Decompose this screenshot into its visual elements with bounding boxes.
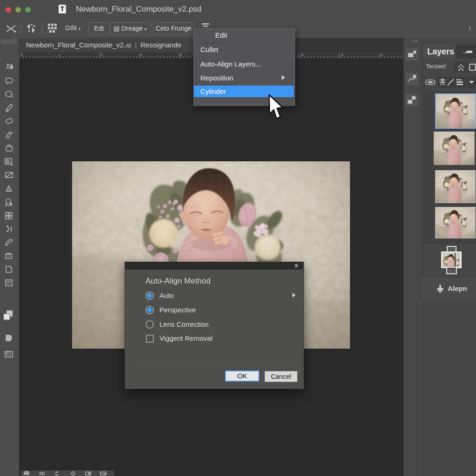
svg-text:5: 5 [180, 53, 182, 56]
svg-text:8: 8 [301, 53, 303, 56]
svg-text:8: 8 [101, 53, 103, 56]
svg-text:8: 8 [341, 53, 343, 56]
svg-text:8: 8 [381, 53, 383, 56]
svg-text:8: 8 [21, 53, 23, 56]
svg-text:9: 9 [140, 53, 142, 56]
